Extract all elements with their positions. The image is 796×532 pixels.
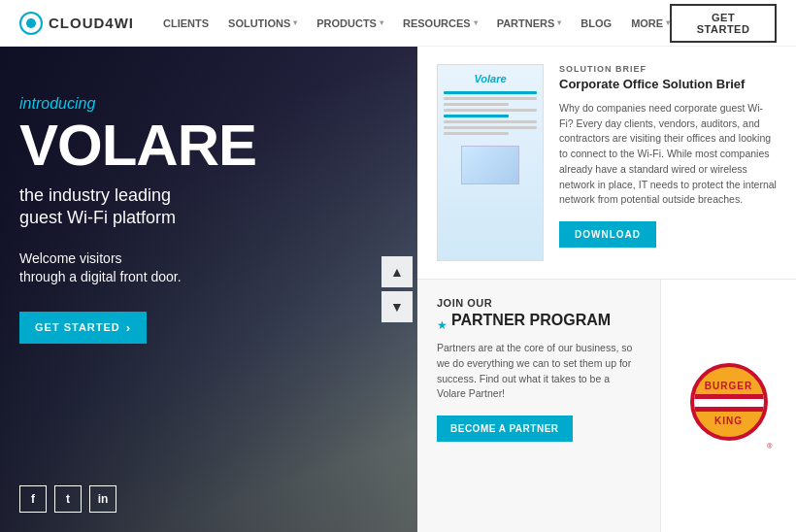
solution-description: Why do companies need corporate guest Wi… xyxy=(559,101,777,208)
logo-text: CLOUD4WI xyxy=(49,15,134,31)
chevron-down-icon: ▾ xyxy=(293,18,297,27)
partner-section: JOIN OUR ★ PARTNER PROGRAM Partners are … xyxy=(417,280,796,532)
logo-icon-inner xyxy=(26,18,36,28)
chevron-down-icon: ▼ xyxy=(390,299,404,315)
logo-icon xyxy=(19,12,43,35)
partner-info: JOIN OUR ★ PARTNER PROGRAM Partners are … xyxy=(417,280,660,532)
thumb-line-7 xyxy=(444,126,537,129)
hero-title: VOLARE xyxy=(19,116,256,175)
navbar: CLOUD4WI CLIENTS SOLUTIONS ▾ PRODUCTS ▾ … xyxy=(0,0,796,47)
nav-blog[interactable]: BLOG xyxy=(580,17,612,29)
nav-resources[interactable]: RESOURCES ▾ xyxy=(403,17,478,29)
thumb-line-4 xyxy=(444,109,537,112)
nav-clients[interactable]: CLIENTS xyxy=(163,17,209,29)
thumb-lines xyxy=(444,91,537,138)
thumb-line-1 xyxy=(444,91,537,94)
chevron-down-icon: ▾ xyxy=(380,18,383,27)
thumb-line-2 xyxy=(444,97,537,100)
solution-thumbnail: Volare xyxy=(437,64,544,261)
download-button[interactable]: DOWNLOAD xyxy=(559,221,656,248)
carousel-down-button[interactable]: ▼ xyxy=(381,291,413,322)
thumb-line-5 xyxy=(444,115,509,117)
right-panel: Volare SOLUTION BRIEF Corporate Office S… xyxy=(417,47,796,532)
partner-logo-area: BURGER KING ® xyxy=(660,280,796,532)
linkedin-icon[interactable]: in xyxy=(89,485,116,513)
solution-brief-card: Volare SOLUTION BRIEF Corporate Office S… xyxy=(417,47,796,280)
become-partner-button[interactable]: BECOME A PARTNER xyxy=(437,416,573,442)
logo[interactable]: CLOUD4WI xyxy=(19,12,134,35)
hero-description: Welcome visitors through a digital front… xyxy=(19,249,256,287)
hero-cta-button[interactable]: GET STARTED › xyxy=(19,312,147,344)
carousel-up-button[interactable]: ▲ xyxy=(381,256,413,287)
nav-solutions[interactable]: SOLUTIONS ▾ xyxy=(228,17,297,29)
bk-divider-top xyxy=(694,394,764,399)
nav-more[interactable]: MORE ▾ xyxy=(631,17,670,29)
solution-category: SOLUTION BRIEF xyxy=(559,64,777,74)
bk-text-bottom: KING xyxy=(694,416,764,426)
burger-king-logo: BURGER KING ® xyxy=(685,362,773,449)
partner-pre-label: JOIN OUR xyxy=(437,297,641,309)
hero-introducing-text: introducing xyxy=(19,95,256,113)
hero-subtitle: the industry leading guest Wi-Fi platfor… xyxy=(19,184,256,230)
thumb-line-6 xyxy=(444,120,537,123)
partner-description: Partners are at the core of our business… xyxy=(437,341,641,402)
thumb-brand: Volare xyxy=(474,73,506,84)
facebook-icon[interactable]: f xyxy=(19,485,47,513)
chevron-down-icon: ▾ xyxy=(474,18,478,27)
twitter-icon[interactable]: t xyxy=(54,485,82,513)
nav-partners[interactable]: PARTNERS ▾ xyxy=(497,17,562,29)
get-started-button[interactable]: GET STARTED xyxy=(670,4,777,43)
bk-divider-bottom xyxy=(694,407,764,412)
thumb-line-3 xyxy=(444,103,509,106)
nav-products[interactable]: PRODUCTS ▾ xyxy=(316,17,383,29)
social-icons: f t in xyxy=(19,485,116,513)
hero-content: introducing VOLARE the industry leading … xyxy=(19,95,256,344)
star-icon: ★ xyxy=(437,318,448,332)
chevron-down-icon: ▾ xyxy=(557,18,561,27)
thumb-image-bottom xyxy=(461,146,519,184)
solution-title: Corporate Office Solution Brief xyxy=(559,77,777,93)
registered-icon: ® xyxy=(767,443,772,449)
partner-title: PARTNER PROGRAM xyxy=(451,311,611,329)
solution-info: SOLUTION BRIEF Corporate Office Solution… xyxy=(559,64,777,261)
bk-logo-circle: BURGER KING xyxy=(690,363,768,441)
thumb-line-8 xyxy=(444,132,509,135)
arrow-right-icon: › xyxy=(126,320,131,335)
bk-text-top: BURGER xyxy=(694,381,764,391)
chevron-up-icon: ▲ xyxy=(390,264,404,280)
navbar-nav: CLIENTS SOLUTIONS ▾ PRODUCTS ▾ RESOURCES… xyxy=(163,17,670,29)
partner-icon-line: ★ PARTNER PROGRAM xyxy=(437,311,641,339)
carousel-navigation: ▲ ▼ xyxy=(381,256,413,322)
